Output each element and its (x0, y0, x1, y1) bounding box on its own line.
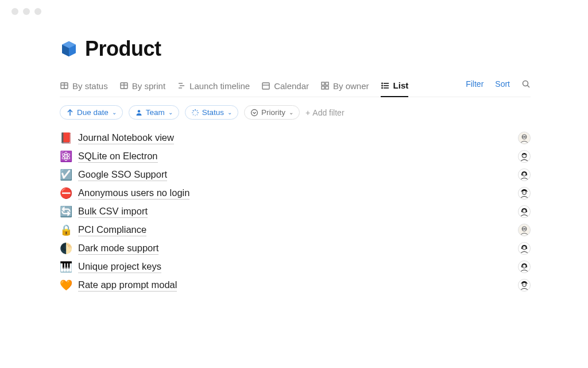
svg-line-30 (196, 114, 198, 115)
timeline-icon (177, 81, 186, 90)
board-icon (320, 81, 330, 90)
item-emoji: ⚛️ (60, 150, 72, 163)
assignee-avatar[interactable] (518, 187, 531, 200)
tab-label: By owner (333, 81, 369, 91)
list-item[interactable]: 📕Journal Notebook view (60, 129, 531, 147)
tab-by-owner[interactable]: By owner (320, 78, 369, 97)
chevron-down-icon: ⌄ (289, 109, 293, 116)
item-emoji: 🌓 (60, 242, 72, 255)
list-item[interactable]: 🧡Rate app prompt modal (60, 276, 531, 294)
view-tabs: By status By sprint Launch timeline Cale… (60, 77, 531, 97)
assignee-avatar[interactable] (518, 242, 531, 255)
tab-by-status[interactable]: By status (60, 78, 108, 97)
filter-label: Team (146, 108, 165, 117)
assignee-avatar[interactable] (518, 150, 531, 163)
item-title[interactable]: Bulk CSV import (78, 206, 148, 218)
page-title-text: Product (85, 37, 161, 61)
filter-priority[interactable]: Priority ⌄ (244, 105, 300, 120)
calendar-icon (261, 81, 270, 90)
filter-label: Due date (77, 108, 109, 117)
filter-due-date[interactable]: Due date ⌄ (60, 105, 123, 120)
plus-icon: + (305, 108, 310, 117)
traffic-light-zoom[interactable] (34, 8, 41, 15)
svg-point-21 (523, 81, 528, 86)
tab-label: By sprint (132, 81, 165, 91)
assignee-avatar[interactable] (518, 279, 531, 292)
search-icon (521, 79, 531, 89)
item-title[interactable]: Anonymous users no login (78, 187, 189, 200)
item-title[interactable]: Journal Notebook view (78, 132, 174, 144)
tab-list[interactable]: List (381, 77, 409, 97)
arrow-up-icon (66, 109, 74, 117)
sort-action[interactable]: Sort (495, 79, 510, 94)
table-icon (119, 81, 129, 90)
priority-icon (250, 109, 258, 117)
svg-line-32 (196, 110, 198, 111)
filter-label: Priority (261, 108, 285, 117)
assignee-avatar[interactable] (518, 168, 531, 181)
item-emoji: 🎹 (60, 260, 72, 273)
filter-label: Status (202, 108, 224, 117)
svg-rect-11 (322, 82, 324, 85)
item-emoji: ☑️ (60, 168, 72, 181)
search-button[interactable] (521, 79, 531, 94)
tab-label: Launch timeline (189, 81, 250, 91)
filter-status[interactable]: Status ⌄ (185, 105, 238, 120)
item-title[interactable]: Google SSO Support (78, 169, 167, 181)
list-item[interactable]: 🌓Dark mode support (60, 239, 531, 258)
item-emoji: 🔒 (60, 224, 72, 236)
list-item[interactable]: ☑️Google SSO Support (60, 166, 531, 184)
add-filter-label: Add filter (312, 108, 344, 117)
item-title[interactable]: Unique project keys (78, 261, 161, 273)
item-title[interactable]: Dark mode support (78, 243, 158, 255)
tab-calendar[interactable]: Calendar (261, 78, 309, 97)
item-title[interactable]: Rate app prompt modal (78, 279, 177, 292)
chevron-down-icon: ⌄ (112, 109, 117, 116)
list-item[interactable]: ⛔Anonymous users no login (60, 184, 531, 202)
svg-rect-13 (322, 86, 324, 89)
page-title: Product (60, 37, 531, 61)
item-emoji: ⛔ (60, 187, 72, 200)
list-item[interactable]: 🔒PCI Compliance (60, 221, 531, 239)
list-icon (381, 81, 390, 90)
spinner-icon (191, 109, 199, 117)
table-icon (60, 81, 69, 90)
assignee-avatar[interactable] (518, 224, 531, 236)
tab-label: List (393, 80, 409, 90)
assignee-avatar[interactable] (518, 260, 531, 273)
list-item[interactable]: 🔄Bulk CSV import (60, 202, 531, 221)
tab-label: Calendar (274, 81, 309, 91)
item-emoji: 📕 (60, 132, 72, 144)
chevron-down-icon: ⌄ (168, 109, 173, 116)
person-icon (135, 109, 143, 117)
filter-action[interactable]: Filter (466, 79, 483, 94)
svg-point-24 (137, 110, 140, 113)
traffic-light-minimize[interactable] (23, 8, 30, 15)
svg-point-18 (381, 83, 382, 83)
svg-point-33 (252, 109, 258, 116)
list-item[interactable]: ⚛️SQLite on Electron (60, 147, 531, 166)
assignee-avatar[interactable] (518, 132, 531, 144)
tab-label: By status (72, 81, 108, 91)
item-emoji: 🔄 (60, 205, 72, 218)
traffic-light-close[interactable] (11, 8, 18, 15)
list-item[interactable]: 🎹Unique project keys (60, 258, 531, 276)
item-title[interactable]: PCI Compliance (78, 224, 146, 236)
svg-point-19 (381, 85, 382, 86)
svg-rect-9 (262, 83, 269, 89)
item-title[interactable]: SQLite on Electron (78, 151, 158, 163)
item-list: 📕Journal Notebook view⚛️SQLite on Electr… (60, 129, 531, 294)
svg-line-29 (193, 110, 194, 111)
tab-launch-timeline[interactable]: Launch timeline (177, 78, 250, 97)
svg-rect-12 (326, 82, 328, 85)
item-emoji: 🧡 (60, 279, 72, 292)
window-controls (0, 0, 588, 15)
svg-point-20 (381, 87, 382, 88)
add-filter-button[interactable]: + Add filter (305, 108, 344, 117)
filter-team[interactable]: Team ⌄ (129, 105, 179, 120)
svg-line-31 (193, 114, 194, 115)
svg-line-22 (528, 86, 530, 88)
tab-by-sprint[interactable]: By sprint (119, 78, 165, 97)
chevron-down-icon: ⌄ (227, 109, 232, 116)
assignee-avatar[interactable] (518, 205, 531, 218)
